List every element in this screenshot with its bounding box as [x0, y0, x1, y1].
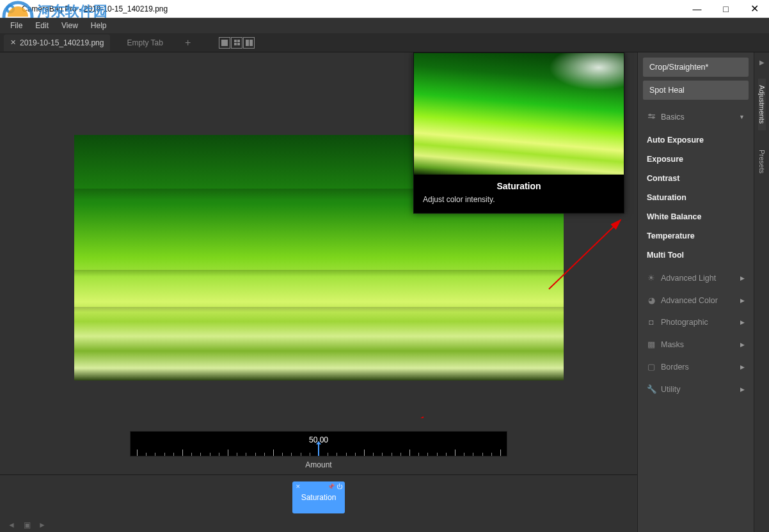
view-toggle-group	[219, 37, 255, 49]
basic-temperature[interactable]: Temperature	[643, 226, 749, 246]
basic-multi-tool[interactable]: Multi Tool	[643, 246, 749, 265]
chevron-down-icon: ▼	[739, 114, 745, 120]
collapse-sidebar-icon[interactable]: ▶	[759, 59, 765, 66]
tooltip-title: Saturation	[423, 181, 615, 191]
crop-straighten-button[interactable]: Crop/Straighten*	[643, 58, 749, 77]
category-advanced-light[interactable]: ☀ Advanced Light ▶	[643, 269, 749, 287]
view-grid-icon[interactable]	[231, 37, 242, 49]
svg-point-9	[649, 114, 651, 116]
sun-icon: ☀	[647, 273, 656, 283]
view-split-icon[interactable]	[243, 37, 255, 49]
camera-icon: ◘	[647, 318, 656, 327]
basic-white-balance[interactable]: White Balance	[643, 207, 749, 226]
basic-auto-exposure[interactable]: Auto Exposure	[643, 130, 749, 150]
effects-stack: ✕ 📌 ⏻ Saturation ◄ ▣ ►	[0, 474, 637, 532]
side-tab-strip: ▶ Adjustments Presets	[754, 52, 769, 532]
menu-edit[interactable]: Edit	[29, 20, 55, 31]
category-utility[interactable]: 🔧 Utility ▶	[643, 380, 749, 398]
mask-icon: ▩	[647, 340, 656, 349]
adjustments-panel: Crop/Straighten* Spot Heal Basics ▼ Auto…	[637, 52, 754, 532]
stack-prev-icon[interactable]: ◄	[6, 520, 17, 529]
basics-icon	[647, 112, 656, 122]
chevron-right-icon: ▶	[740, 341, 745, 348]
tab-add-button[interactable]: +	[180, 35, 196, 51]
wrench-icon: 🔧	[647, 384, 656, 394]
chip-label: Saturation	[301, 493, 337, 502]
menu-bar: File Edit View Help	[0, 18, 769, 33]
chip-power-icon[interactable]: ⏻	[337, 483, 342, 490]
vtab-presets[interactable]: Presets	[758, 143, 766, 180]
basic-exposure[interactable]: Exposure	[643, 150, 749, 169]
chevron-right-icon: ▶	[740, 297, 745, 304]
tab-active[interactable]: ✕ 2019-10-15_140219.png	[4, 35, 110, 51]
chip-pin-icon[interactable]: 📌	[328, 483, 335, 490]
stack-next-icon[interactable]: ►	[37, 520, 47, 529]
view-single-icon[interactable]	[219, 37, 230, 49]
amount-slider[interactable]: 50.00	[130, 431, 507, 457]
tooltip-description: Adjust color intensity.	[423, 195, 615, 204]
svg-point-10	[652, 116, 654, 119]
app-icon	[3, 1, 18, 17]
category-masks[interactable]: ▩ Masks ▶	[643, 335, 749, 354]
canvas-area: Saturation Adjust color intensity.	[0, 52, 637, 532]
spot-heal-button[interactable]: Spot Heal	[643, 81, 749, 100]
minimize-button[interactable]: ―	[683, 0, 711, 17]
close-button[interactable]: ✕	[740, 0, 769, 17]
window-controls: ― □ ✕	[683, 0, 769, 17]
tooltip-image	[414, 53, 624, 175]
category-photographic[interactable]: ◘ Photographic ▶	[643, 313, 749, 331]
basic-saturation[interactable]: Saturation	[643, 188, 749, 207]
stack-layers-icon[interactable]: ▣	[22, 520, 32, 529]
menu-file[interactable]: File	[4, 20, 29, 31]
category-basics[interactable]: Basics ▼	[643, 107, 749, 127]
application-frame: File Edit View Help ✕ 2019-10-15_140219.…	[0, 18, 769, 532]
image-viewport[interactable]: Saturation Adjust color intensity.	[0, 52, 637, 418]
palette-icon: ◕	[647, 295, 656, 305]
menu-view[interactable]: View	[55, 20, 84, 31]
chevron-right-icon: ▶	[740, 386, 745, 393]
basic-contrast[interactable]: Contrast	[643, 169, 749, 188]
tab-close-icon[interactable]: ✕	[10, 38, 16, 47]
effect-chip-saturation[interactable]: ✕ 📌 ⏻ Saturation	[292, 481, 345, 513]
chevron-right-icon: ▶	[740, 275, 745, 281]
vtab-adjustments[interactable]: Adjustments	[758, 79, 766, 130]
basics-list: Auto Exposure Exposure Contrast Saturati…	[643, 130, 749, 265]
slider-section: 50.00 Amount	[0, 418, 637, 474]
menu-help[interactable]: Help	[84, 20, 113, 31]
tab-empty[interactable]: Empty Tab	[120, 35, 169, 51]
category-borders[interactable]: ▢ Borders ▶	[643, 357, 749, 376]
window-title: CameraBag Pro - 2019-10-15_140219.png	[20, 4, 683, 13]
borders-icon: ▢	[647, 362, 656, 372]
maximize-button[interactable]: □	[711, 0, 740, 17]
title-bar: CameraBag Pro - 2019-10-15_140219.png ― …	[0, 0, 769, 18]
svg-point-1	[8, 7, 12, 11]
category-advanced-color[interactable]: ◕ Advanced Color ▶	[643, 291, 749, 309]
tab-label: 2019-10-15_140219.png	[20, 38, 104, 47]
chevron-right-icon: ▶	[740, 364, 745, 370]
slider-label: Amount	[0, 460, 637, 469]
chip-close-icon[interactable]: ✕	[296, 483, 301, 490]
slider-handle[interactable]	[318, 444, 319, 456]
tab-bar: ✕ 2019-10-15_140219.png Empty Tab +	[0, 33, 769, 52]
chevron-right-icon: ▶	[740, 319, 745, 325]
tooltip-preview: Saturation Adjust color intensity.	[413, 52, 624, 214]
